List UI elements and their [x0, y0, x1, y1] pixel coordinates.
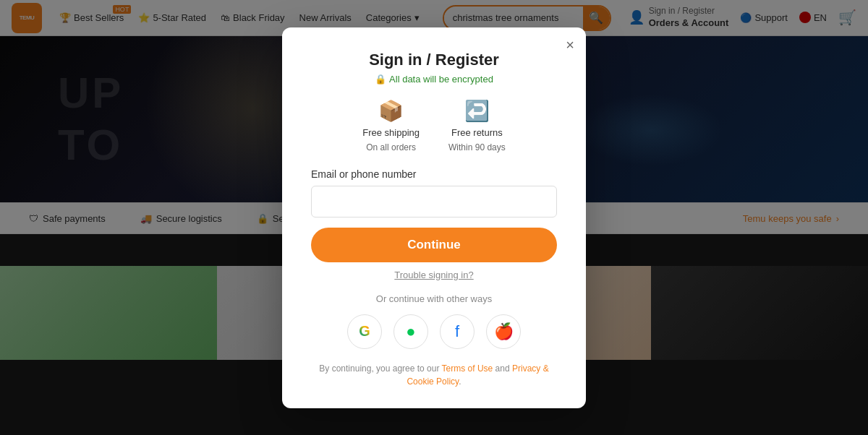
modal-title: Sign in / Register: [311, 51, 557, 69]
google-login-button[interactable]: G: [347, 314, 382, 349]
terms-notice: By continuing, you agree to our Terms of…: [311, 362, 557, 388]
modal-benefits: 📦 Free shipping On all orders ↩️ Free re…: [311, 99, 557, 152]
email-input[interactable]: [311, 186, 557, 218]
modal-close-button[interactable]: ×: [566, 38, 574, 52]
facebook-login-button[interactable]: f: [440, 314, 475, 349]
apple-icon: 🍎: [494, 322, 514, 341]
or-continue-text: Or continue with other ways: [311, 293, 557, 304]
email-label: Email or phone number: [311, 168, 557, 180]
shipping-icon: 📦: [378, 99, 404, 123]
lock-green-icon: 🔒: [375, 74, 386, 85]
line-login-button[interactable]: ●: [393, 314, 428, 349]
signin-modal: × Sign in / Register 🔒 All data will be …: [282, 27, 586, 408]
modal-overlay[interactable]: × Sign in / Register 🔒 All data will be …: [0, 0, 868, 435]
social-login-icons: G ● f 🍎: [311, 314, 557, 349]
free-shipping-benefit: 📦 Free shipping On all orders: [362, 99, 420, 152]
trouble-signin-link[interactable]: Trouble signing in?: [311, 270, 557, 280]
encrypted-notice: 🔒 All data will be encrypted: [311, 74, 557, 85]
google-icon: G: [359, 323, 370, 340]
line-icon: ●: [406, 322, 415, 341]
returns-icon: ↩️: [464, 99, 490, 123]
facebook-icon: f: [455, 322, 459, 341]
terms-link[interactable]: Terms of Use: [442, 363, 493, 374]
apple-login-button[interactable]: 🍎: [486, 314, 521, 349]
continue-button[interactable]: Continue: [311, 228, 557, 262]
free-returns-benefit: ↩️ Free returns Within 90 days: [448, 99, 506, 152]
